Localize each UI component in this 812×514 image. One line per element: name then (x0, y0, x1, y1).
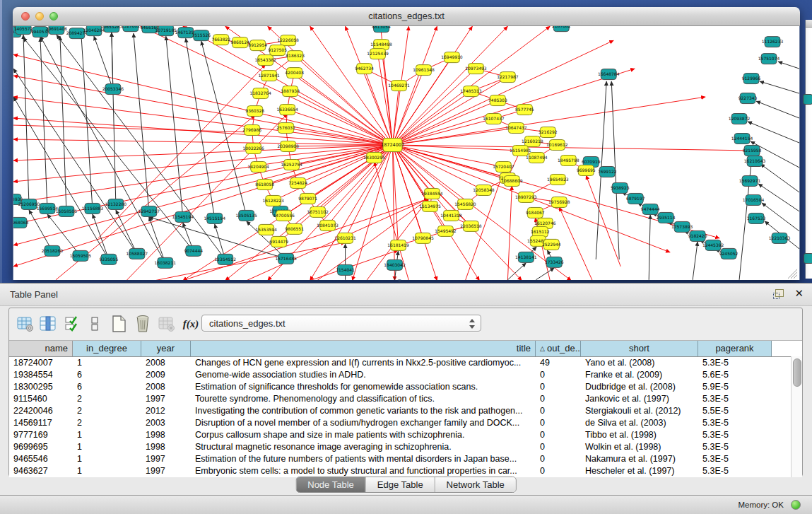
row-mode-icon[interactable] (86, 315, 104, 333)
table-cell-in_degree[interactable]: 1 (73, 441, 141, 453)
table-cell-title[interactable]: Corpus callosum shape and size in male p… (191, 429, 536, 441)
table-row[interactable]: 946554611997Estimation of the future num… (9, 453, 802, 465)
table-row[interactable]: 1456911722003Disruption of a novel membe… (9, 417, 802, 429)
table-row[interactable]: 969969511998Structural magnetic resonanc… (9, 441, 802, 453)
table-cell-out_degree[interactable]: 0 (536, 381, 581, 393)
table-cell-year[interactable]: 1997 (141, 393, 191, 405)
table-row[interactable]: 1830029562008Estimation of significance … (9, 381, 802, 393)
table-cell-out_degree[interactable]: 49 (536, 357, 581, 369)
table-cell-pagerank[interactable]: 5.3E-5 (698, 393, 772, 405)
table-cell-pagerank[interactable]: 5.3E-5 (698, 357, 772, 369)
memory-ok-led-icon[interactable] (791, 500, 801, 510)
column-header-pagerank[interactable]: pagerank (698, 341, 772, 356)
table-cell-title[interactable]: Changes of HCN gene expression and I(f) … (191, 357, 536, 369)
network-canvas[interactable]: 9905378140557299405352069140620894274120… (13, 26, 799, 280)
close-panel-icon[interactable]: ✕ (794, 288, 804, 299)
table-cell-short[interactable]: Jankovic et al. (1997) (581, 393, 698, 405)
table-cell-title[interactable]: Genome-wide association studies in ADHD. (191, 369, 536, 381)
table-cell-short[interactable]: Yano et al. (2008) (581, 357, 698, 369)
function-builder-icon[interactable]: f(x) (182, 315, 200, 333)
table-row[interactable]: 1872400712008Changes of HCN gene express… (9, 357, 802, 369)
select-columns-icon[interactable] (39, 315, 57, 333)
table-cell-out_degree[interactable]: 0 (536, 393, 581, 405)
table-cell-in_degree[interactable]: 2 (73, 393, 141, 405)
float-window-icon[interactable] (773, 289, 784, 299)
table-cell-pagerank[interactable]: 5.3E-5 (698, 441, 772, 453)
table-settings-icon[interactable] (16, 315, 35, 333)
table-cell-pagerank[interactable]: 5.5E-5 (698, 405, 772, 417)
table-cell-title[interactable]: Tourette syndrome. Phenomenology and cla… (191, 393, 536, 405)
table-cell-title[interactable]: Structural magnetic resonance image aver… (191, 441, 536, 453)
table-cell-out_degree[interactable]: 0 (536, 465, 581, 477)
window-titlebar[interactable]: citations_edges.txt (13, 7, 800, 26)
table-row[interactable]: 1938455462009Genome-wide association stu… (9, 369, 802, 381)
table-cell-short[interactable]: Tibbo et al. (1998) (581, 429, 698, 441)
column-checklist-icon[interactable] (63, 315, 81, 333)
tab-edge-table[interactable]: Edge Table (366, 477, 435, 492)
table-cell-short[interactable]: Franke et al. (2009) (581, 369, 698, 381)
table-cell-name[interactable]: 9465546 (9, 453, 73, 465)
table-cell-name[interactable]: 18300295 (9, 381, 73, 393)
table-cell-year[interactable]: 2003 (141, 417, 191, 429)
table-cell-title[interactable]: Disruption of a novel member of a sodium… (191, 417, 536, 429)
table-cell-short[interactable]: Stergiakouli et al. (2012) (581, 405, 698, 417)
table-cell-name[interactable]: 9699695 (9, 441, 73, 453)
column-header-year[interactable]: year (141, 341, 191, 356)
table-cell-in_degree[interactable]: 1 (73, 429, 141, 441)
table-cell-name[interactable]: 9463627 (9, 465, 73, 477)
table-cell-in_degree[interactable]: 2 (73, 417, 141, 429)
table-cell-year[interactable]: 2008 (141, 357, 191, 369)
column-header-out_degree[interactable]: △out_de... (536, 341, 581, 356)
table-cell-title[interactable]: Investigating the contribution of common… (191, 405, 536, 417)
table-cell-title[interactable]: Embryonic stem cells: a model to study s… (191, 465, 536, 477)
table-cell-pagerank[interactable]: 5.3E-5 (698, 417, 772, 429)
table-cell-out_degree[interactable]: 0 (536, 405, 581, 417)
table-cell-name[interactable]: 18724007 (9, 357, 73, 369)
vertical-scrollbar[interactable] (791, 356, 802, 477)
table-cell-in_degree[interactable]: 1 (73, 465, 141, 477)
table-cell-out_degree[interactable]: 0 (536, 453, 581, 465)
table-cell-pagerank[interactable]: 5.3E-5 (698, 429, 772, 441)
table-cell-year[interactable]: 1997 (141, 465, 191, 477)
table-cell-year[interactable]: 1997 (141, 453, 191, 465)
table-cell-short[interactable]: Dudbridge et al. (2008) (581, 381, 698, 393)
table-cell-name[interactable]: 14569117 (9, 417, 73, 429)
table-row[interactable]: 977716911998Corpus callosum shape and si… (9, 429, 802, 441)
table-cell-name[interactable]: 19384554 (9, 369, 73, 381)
background-network-window[interactable] (805, 20, 812, 279)
table-cell-name[interactable]: 22420046 (9, 405, 73, 417)
table-cell-pagerank[interactable]: 5.3E-5 (698, 453, 772, 465)
table-cell-year[interactable]: 2012 (141, 405, 191, 417)
scrollbar-thumb[interactable] (793, 358, 801, 387)
column-header-in_degree[interactable]: in_degree (73, 341, 141, 356)
column-header-title[interactable]: title (191, 341, 536, 356)
table-cell-out_degree[interactable]: 0 (536, 369, 581, 381)
table-cell-year[interactable]: 2008 (141, 381, 191, 393)
table-cell-short[interactable]: de Silva et al. (2003) (581, 417, 698, 429)
table-cell-name[interactable]: 9777169 (9, 429, 73, 441)
table-cell-year[interactable]: 1998 (141, 429, 191, 441)
delete-column-icon[interactable] (134, 315, 152, 333)
table-cell-title[interactable]: Estimation of significance thresholds fo… (191, 381, 536, 393)
table-selector-dropdown[interactable]: citations_edges.txt (201, 315, 481, 332)
table-cell-short[interactable]: Nakamura et al. (1997) (581, 453, 698, 465)
table-cell-year[interactable]: 1998 (141, 441, 191, 453)
table-cell-in_degree[interactable]: 6 (73, 381, 141, 393)
delete-table-icon[interactable] (158, 315, 176, 333)
table-cell-out_degree[interactable]: 0 (536, 429, 581, 441)
table-cell-short[interactable]: Wolkin et al. (1998) (581, 441, 698, 453)
table-row[interactable]: 946362711997Embryonic stem cells: a mode… (9, 465, 802, 477)
table-cell-name[interactable]: 9115460 (9, 393, 73, 405)
table-row[interactable]: 911546021997Tourette syndrome. Phenomeno… (9, 393, 802, 405)
new-column-icon[interactable] (110, 315, 128, 333)
table-row[interactable]: 2242004622012Investigating the contribut… (9, 405, 802, 417)
table-cell-pagerank[interactable]: 5.9E-5 (698, 381, 772, 393)
tab-node-table[interactable]: Node Table (296, 477, 366, 492)
column-header-short[interactable]: short (581, 341, 698, 356)
table-cell-out_degree[interactable]: 0 (536, 417, 581, 429)
table-cell-in_degree[interactable]: 2 (73, 405, 141, 417)
table-cell-title[interactable]: Estimation of the future numbers of pati… (191, 453, 536, 465)
table-cell-in_degree[interactable]: 1 (73, 357, 141, 369)
table-cell-in_degree[interactable]: 6 (73, 369, 141, 381)
table-cell-pagerank[interactable]: 5.3E-5 (698, 465, 772, 477)
